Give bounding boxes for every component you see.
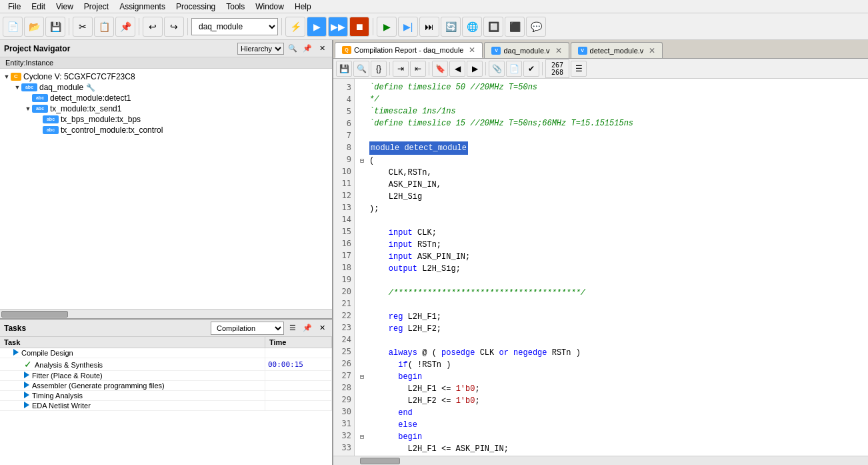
save-button[interactable]: 💾 <box>45 17 65 37</box>
editor-btn-search[interactable]: 🔍 <box>353 61 369 77</box>
menu-tools[interactable]: Tools <box>221 1 250 13</box>
code-segment: always <box>389 347 417 359</box>
code-segment: `timescale 1ns/1ns <box>369 105 456 117</box>
analyze-button[interactable]: ⚡ <box>285 17 305 37</box>
menu-window[interactable]: Window <box>250 1 289 13</box>
tab-close-detect[interactable]: ✕ <box>649 46 655 55</box>
editor-btn-bm1[interactable]: 🔖 <box>432 61 448 77</box>
programmer-button[interactable]: ⬛ <box>505 17 525 37</box>
paste-button[interactable]: 📌 <box>115 17 135 37</box>
fold-arrow[interactable]: ⊟ <box>360 432 369 442</box>
tab-close-compilation[interactable]: ✕ <box>469 45 475 55</box>
code-area[interactable]: `define timeslice 50 //20MHz T=50ns */ `… <box>355 79 868 456</box>
code-line: `timescale 1ns/1ns <box>360 105 863 117</box>
fold-arrow[interactable]: ⊟ <box>360 156 369 166</box>
editor-btn-check[interactable]: ✔ <box>523 61 539 77</box>
tab-label-detect: detect_module.v <box>590 47 644 55</box>
tab-daq-module[interactable]: V daq_module.v ✕ <box>484 42 569 58</box>
editor-btn-page[interactable]: 📄 <box>506 61 522 77</box>
daq-module-row[interactable]: ▼ abc daq_module 🔧 <box>3 82 329 93</box>
run2-button[interactable]: ▶| <box>398 17 418 37</box>
menu-processing[interactable]: Processing <box>171 1 221 13</box>
task-row[interactable]: Fitter (Place & Route) <box>0 371 332 381</box>
task-row[interactable]: Assembler (Generate programming files) <box>0 381 332 391</box>
tx-control-row[interactable]: abc tx_control_module:tx_control <box>3 125 329 135</box>
menubar: File Edit View Project Assignments Proce… <box>0 0 868 13</box>
code-segment <box>509 347 513 359</box>
tab-detect-module[interactable]: V detect_module.v ✕ <box>571 42 663 58</box>
nav-pin-btn[interactable]: 📌 <box>301 43 313 55</box>
task-row[interactable]: Timing Analysis <box>0 391 332 401</box>
tab-compilation-report[interactable]: Q Compilation Report - daq_module ✕ <box>335 42 483 58</box>
editor-scrollbar[interactable] <box>333 456 868 465</box>
code-segment <box>369 263 389 275</box>
run3-button[interactable]: ⏭ <box>419 17 439 37</box>
editor-btn-save[interactable]: 💾 <box>336 61 352 77</box>
menu-file[interactable]: File <box>3 1 26 13</box>
fold-arrow <box>360 240 369 250</box>
redo-button[interactable]: ↪ <box>164 17 184 37</box>
menu-view[interactable]: View <box>51 1 79 13</box>
module-dropdown[interactable]: daq_module <box>191 18 278 35</box>
run4-button[interactable]: 🔄 <box>441 17 461 37</box>
tasks-title: Tasks <box>4 324 208 333</box>
nav-close-btn[interactable]: ✕ <box>316 43 328 55</box>
task-row[interactable]: ✓Analysis & Synthesis00:00:15 <box>0 358 332 371</box>
editor-btn-bm3[interactable]: ▶ <box>467 61 483 77</box>
editor-btn-menu[interactable]: ☰ <box>571 61 587 77</box>
editor-sep4 <box>542 62 543 75</box>
code-segment: module detect_module <box>369 141 468 155</box>
task-time <box>265 381 332 391</box>
code-segment: L2H_Sig <box>369 191 422 203</box>
menu-edit[interactable]: Edit <box>26 1 51 13</box>
hierarchy-dropdown[interactable]: Hierarchy <box>237 43 284 55</box>
chip-button[interactable]: 🔲 <box>483 17 503 37</box>
ip-button[interactable]: 💬 <box>526 17 546 37</box>
compile-button2[interactable]: ▶▶ <box>328 17 348 37</box>
editor-btn-indent[interactable]: ⇥ <box>393 61 409 77</box>
cyclone-device-row[interactable]: ▼ C Cyclone V: 5CGXFC7C7F23C8 <box>3 71 329 82</box>
tx-module-row[interactable]: ▼ abc tx_module:tx_send1 <box>3 103 329 114</box>
fold-arrow <box>360 216 369 226</box>
open-button[interactable]: 📂 <box>24 17 44 37</box>
play-icon <box>13 349 19 356</box>
fold-arrow[interactable]: ⊟ <box>360 372 369 382</box>
editor-btn-format[interactable]: {} <box>371 61 387 77</box>
nav-search-btn[interactable]: 🔍 <box>287 43 299 55</box>
left-panel: Project Navigator Hierarchy 🔍 📌 ✕ Entity… <box>0 40 333 465</box>
menu-project[interactable]: Project <box>79 1 114 13</box>
stop-button[interactable]: ⏹ <box>349 17 369 37</box>
code-line: input RSTn; <box>360 239 863 251</box>
editor-scroll-thumb[interactable] <box>360 458 400 464</box>
tasks-pin-btn[interactable]: 📌 <box>301 322 313 334</box>
tasks-list-btn[interactable]: ☰ <box>287 322 299 334</box>
editor-btn-outdent[interactable]: ⇤ <box>410 61 426 77</box>
editor-btn-attach[interactable]: 📎 <box>489 61 505 77</box>
fold-arrow <box>360 408 369 418</box>
tab-close-daq[interactable]: ✕ <box>555 46 562 55</box>
task-time <box>265 391 332 401</box>
netlist-button[interactable]: 🌐 <box>462 17 482 37</box>
daq-label: daq_module <box>39 83 83 92</box>
compile-button1[interactable]: ▶ <box>307 17 327 37</box>
project-nav-scroll-thumb[interactable] <box>1 311 68 318</box>
project-nav-scrollbar[interactable] <box>0 309 332 318</box>
tx-bps-row[interactable]: abc tx_bps_module:tx_bps <box>3 114 329 125</box>
menu-help[interactable]: Help <box>289 1 317 13</box>
editor-btn-bm2[interactable]: ◀ <box>449 61 465 77</box>
cut-button[interactable]: ✂ <box>73 17 93 37</box>
copy-button[interactable]: 📋 <box>94 17 114 37</box>
run-button[interactable]: ▶ <box>377 17 397 37</box>
code-segment: L2H_F2 <= <box>369 395 456 407</box>
tasks-content: Task Time Compile Design✓Analysis & Synt… <box>0 337 332 465</box>
menu-assignments[interactable]: Assignments <box>114 1 171 13</box>
task-row[interactable]: Compile Design <box>0 348 332 358</box>
code-segment: ASK_PIN_IN; <box>413 251 470 263</box>
task-row[interactable]: EDA Netlist Writer <box>0 401 332 411</box>
tasks-dropdown[interactable]: Compilation <box>211 322 284 335</box>
undo-button[interactable]: ↩ <box>143 17 163 37</box>
code-line: /***************************************… <box>360 287 863 299</box>
new-button[interactable]: 📄 <box>3 17 23 37</box>
tasks-close-btn[interactable]: ✕ <box>316 322 328 334</box>
detect-module-row[interactable]: abc detect_module:detect1 <box>3 93 329 103</box>
